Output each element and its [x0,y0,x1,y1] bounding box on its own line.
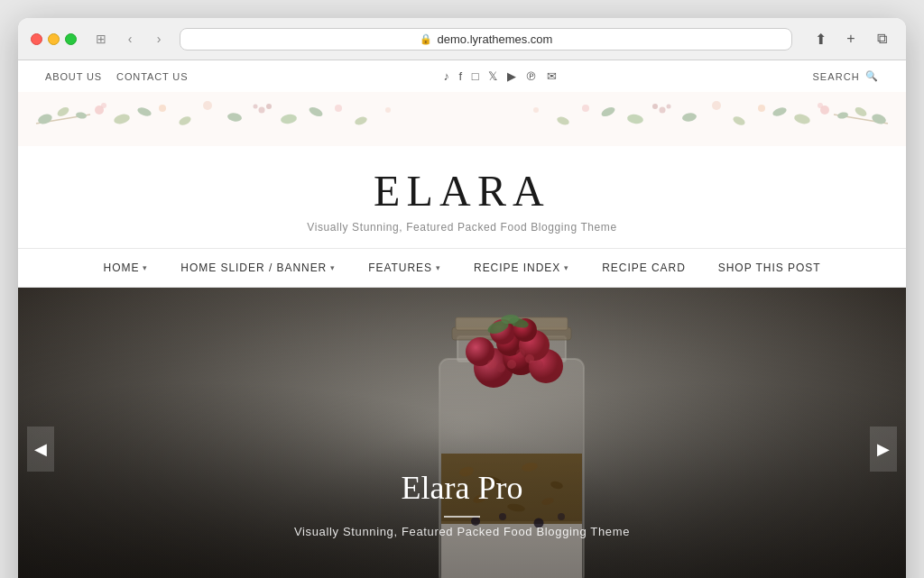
youtube-icon[interactable]: ▶ [507,69,517,83]
browser-chrome: ⊞ ‹ › 🔒 demo.lyrathemes.com ⬆ + ⧉ [18,18,906,60]
chevron-right-icon: ▶ [877,439,890,459]
svg-point-3 [75,112,87,120]
svg-point-5 [101,103,106,108]
hero-divider [444,516,480,518]
svg-point-26 [793,113,811,125]
svg-point-34 [667,105,671,109]
svg-point-31 [681,112,697,123]
svg-point-38 [556,115,570,126]
nav-slider-label: HOME SLIDER / BANNER [180,261,327,274]
nav-item-features[interactable]: FEATURES ▾ [352,249,457,287]
nav-slider-arrow: ▾ [330,263,336,272]
site-tagline: Visually Stunning, Featured Packed Food … [36,221,888,234]
floral-decoration [18,92,906,146]
hero-subtitle: Visually Stunning, Featured Packed Food … [282,525,642,538]
maximize-button[interactable] [65,33,77,45]
tabs-button[interactable]: ⧉ [870,27,893,50]
hero-slider: Elara Pro Visually Stunning, Featured Pa… [18,288,906,578]
pinterest-icon[interactable]: ℗ [525,69,538,83]
nav-recipe-index-arrow: ▾ [564,263,569,272]
nav-recipe-card-label: RECIPE CARD [602,261,686,274]
svg-point-29 [732,115,746,126]
nav-item-home[interactable]: HOME ▾ [88,249,165,287]
nav-features-label: FEATURES [368,261,432,274]
svg-point-13 [266,104,272,109]
svg-point-37 [582,105,589,112]
chevron-left-icon: ◀ [34,439,47,459]
svg-point-33 [652,104,658,109]
address-bar[interactable]: 🔒 demo.lyrathemes.com [180,28,792,50]
hero-content: Elara Pro Visually Stunning, Featured Pa… [282,469,642,538]
site-title-area: ELARA Visually Stunning, Featured Packed… [18,146,906,248]
search-icon: 🔍 [865,70,879,82]
svg-point-11 [226,112,242,123]
svg-point-7 [136,106,152,118]
svg-point-6 [113,113,131,125]
nav-home-label: HOME [104,261,140,274]
nav-shop-label: SHOP THIS POST [718,261,821,274]
svg-point-12 [259,107,265,114]
site-title: ELARA [36,166,888,216]
forward-button[interactable]: › [147,30,171,48]
minimize-button[interactable] [48,33,60,45]
svg-point-16 [308,106,324,118]
svg-point-30 [712,101,721,110]
svg-point-32 [660,107,666,114]
nav-recipe-index-label: RECIPE INDEX [474,261,560,274]
svg-point-35 [626,114,643,125]
browser-controls: ⊞ ‹ › [89,30,171,48]
contact-us-link[interactable]: CONTACT US [116,71,188,82]
svg-point-25 [818,103,823,108]
about-us-link[interactable]: ABOUT US [45,71,102,82]
close-button[interactable] [31,33,42,45]
browser-window: ⊞ ‹ › 🔒 demo.lyrathemes.com ⬆ + ⧉ ABOUT … [18,18,906,578]
nav-inner: HOME ▾ HOME SLIDER / BANNER ▾ FEATURES ▾… [36,249,888,287]
svg-point-10 [203,101,212,110]
search-area[interactable]: SEARCH 🔍 [812,70,879,82]
floral-banner [18,92,906,146]
share-button[interactable]: ⬆ [808,27,832,50]
nav-item-shop[interactable]: SHOP THIS POST [702,249,837,287]
nav-item-slider[interactable]: HOME SLIDER / BANNER ▾ [164,249,352,287]
instagram-icon[interactable]: □ [472,69,479,83]
svg-point-23 [836,112,848,120]
security-icon: 🔒 [420,33,432,45]
nav-wrapper: HOME ▾ HOME SLIDER / BANNER ▾ FEATURES ▾… [18,248,906,288]
facebook-icon[interactable]: f [459,69,463,83]
nav-features-arrow: ▾ [436,263,441,272]
email-icon[interactable]: ✉ [547,69,558,83]
nav-item-recipe-card[interactable]: RECIPE CARD [586,249,702,287]
svg-point-22 [854,106,868,118]
twitter-icon[interactable]: 𝕏 [488,69,498,83]
sidebar-toggle-button[interactable]: ⊞ [89,30,113,48]
svg-point-15 [280,114,297,125]
svg-point-21 [871,113,887,126]
svg-point-36 [600,106,616,118]
nav-item-recipe-index[interactable]: RECIPE INDEX ▾ [457,249,586,287]
traffic-lights [31,33,77,45]
svg-point-27 [772,106,788,118]
slider-prev-button[interactable]: ◀ [27,427,54,472]
new-tab-button[interactable]: + [839,27,863,50]
svg-point-2 [56,106,70,118]
top-bar-links: ABOUT US CONTACT US [45,71,188,82]
site-wrapper: ABOUT US CONTACT US ♪ f □ 𝕏 ▶ ℗ ✉ SEARCH… [18,60,906,578]
url-text: demo.lyrathemes.com [438,32,553,46]
svg-point-14 [254,105,258,109]
svg-point-39 [533,107,539,113]
hero-title: Elara Pro [282,469,642,507]
svg-point-19 [385,107,391,113]
svg-point-1 [37,113,53,126]
top-bar: ABOUT US CONTACT US ♪ f □ 𝕏 ▶ ℗ ✉ SEARCH… [18,60,906,92]
svg-point-17 [335,105,342,112]
svg-point-8 [159,105,166,112]
svg-point-9 [178,115,192,126]
svg-point-28 [758,105,765,112]
browser-actions: ⬆ + ⧉ [808,27,893,50]
search-label: SEARCH [812,71,859,82]
social-icons: ♪ f □ 𝕏 ▶ ℗ ✉ [443,69,557,83]
slider-next-button[interactable]: ▶ [870,427,897,472]
svg-point-18 [354,115,368,126]
tiktok-icon[interactable]: ♪ [443,69,449,83]
back-button[interactable]: ‹ [118,30,142,48]
